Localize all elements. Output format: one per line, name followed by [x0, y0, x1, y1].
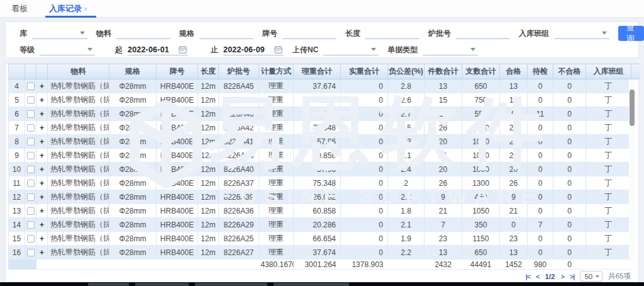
- row-checkbox[interactable]: [27, 110, 35, 118]
- row-checkbox[interactable]: [27, 249, 35, 256]
- expand-row-button[interactable]: +: [36, 135, 48, 149]
- table-row[interactable]: 8 + 热轧带肋钢筋（抗震） Φ28mm HRB400E 12m 8226A41…: [9, 135, 640, 149]
- row-checkbox[interactable]: [27, 193, 35, 201]
- vertical-scrollbar-track[interactable]: [629, 79, 635, 259]
- row-checkbox[interactable]: [27, 138, 35, 146]
- qualified-cell: 20: [500, 163, 528, 176]
- filter-row-1: 库 物料 规格 牌号 长度 炉批号 入库班组 查 询 操 作: [19, 26, 632, 40]
- calendar-icon[interactable]: [179, 45, 187, 54]
- table-row[interactable]: 13 + 热轧带肋钢筋（抗震） Φ28mm HRB400E 12m 8226A3…: [9, 204, 640, 218]
- table-row[interactable]: 15 + 热轧带肋钢筋（抗震） Φ28mm HRB400E 12m 8226A2…: [9, 232, 640, 246]
- warehouse-select[interactable]: [32, 28, 87, 39]
- bars-total-cell: 1300: [462, 121, 500, 135]
- tab-inbound-records[interactable]: 入库记录 ×: [49, 0, 87, 18]
- table-row[interactable]: 4 + 热轧带肋钢筋（抗震） Φ28mm HRB400E 12m 8226A45…: [9, 79, 640, 93]
- method-cell: 理重: [259, 135, 294, 149]
- row-checkbox[interactable]: [27, 83, 35, 90]
- unqualified-cell: 0: [553, 121, 586, 135]
- material-input[interactable]: [116, 28, 170, 39]
- material-cell: 热轧带肋钢筋（抗震）: [48, 246, 109, 260]
- chevron-down-icon: [371, 48, 376, 51]
- prev-page-button[interactable]: <: [536, 273, 539, 280]
- query-button[interactable]: 查 询: [618, 26, 644, 41]
- method-cell: 理重: [259, 121, 294, 135]
- upload-nc-select[interactable]: [323, 44, 379, 55]
- expand-row-button[interactable]: +: [36, 204, 48, 218]
- last-page-button[interactable]: >|: [570, 273, 575, 280]
- row-number-cell: 10: [9, 163, 25, 176]
- method-cell: 理重: [259, 149, 294, 163]
- expand-row-button[interactable]: +: [36, 176, 48, 190]
- pending-cell: 0: [528, 79, 553, 93]
- next-page-button[interactable]: >: [560, 273, 564, 280]
- table-row[interactable]: 10 + 热轧带肋钢筋（抗震） Φ28mm HRB400E 12m 8226A4…: [9, 163, 640, 176]
- row-checkbox[interactable]: [27, 221, 35, 229]
- row-checkbox[interactable]: [27, 124, 35, 132]
- table-row[interactable]: 7 + 热轧带肋钢筋（抗震） Φ28mm HRB400E 12m 8226A42…: [9, 121, 640, 135]
- row-checkbox[interactable]: [27, 96, 35, 104]
- calendar-icon[interactable]: [274, 45, 282, 54]
- expand-row-button[interactable]: +: [36, 79, 48, 93]
- row-checkbox[interactable]: [27, 152, 35, 159]
- date-from-input[interactable]: 2022-06-01: [128, 44, 188, 55]
- filter-grade-label: 等级: [19, 45, 35, 55]
- qualified-cell: 13: [500, 246, 528, 260]
- tolerance-cell: 2.1: [388, 218, 425, 232]
- qualified-cell: 0: [500, 218, 528, 232]
- col-pending: 待检: [528, 64, 553, 79]
- expand-row-button[interactable]: +: [36, 121, 48, 135]
- team-cell: 丁: [586, 93, 631, 107]
- expand-row-button[interactable]: +: [36, 232, 48, 246]
- grade-select[interactable]: [40, 44, 95, 55]
- table-row[interactable]: 12 + 热轧带肋钢筋（抗震） Φ28mm HRB400E 12m 8226A3…: [9, 190, 640, 204]
- batch-input[interactable]: [456, 28, 510, 39]
- vertical-scrollbar-thumb[interactable]: [630, 89, 635, 126]
- table-row[interactable]: 16 + 热轧带肋钢筋（抗震） Φ28mm HRB400E 12m 8226A2…: [9, 246, 640, 260]
- table-row[interactable]: 14 + 热轧带肋钢筋（抗震） Φ28mm HRB400E 12m 8226A2…: [9, 218, 640, 232]
- unqualified-cell: 0: [553, 163, 586, 176]
- row-checkbox[interactable]: [27, 166, 35, 173]
- checkbox-cell: [25, 163, 36, 176]
- expand-row-button[interactable]: +: [36, 218, 48, 232]
- table-row[interactable]: 9 + 热轧带肋钢筋（抗震） Φ28mm HRB400E 12m 8226A43…: [9, 149, 640, 163]
- tab-dashboard[interactable]: 看板: [11, 0, 28, 18]
- brand-cell: HRB400E: [157, 135, 198, 149]
- spec-cell: Φ28mm: [109, 204, 157, 218]
- row-checkbox[interactable]: [27, 207, 35, 215]
- brand-input[interactable]: [282, 28, 336, 39]
- pending-cell: 7: [528, 218, 553, 232]
- col-bars-total: 支数合计: [462, 64, 500, 79]
- table-row[interactable]: 11 + 热轧带肋钢筋（抗震） Φ28mm HRB400E 12m 8226A3…: [9, 176, 640, 190]
- spec-input[interactable]: [199, 28, 253, 39]
- inbound-records-table-panel: 物料 规格 牌号 长度 炉批号 计量方式 理重合计 实重合计 负公差(%) 件数…: [5, 63, 639, 282]
- date-to-input[interactable]: 2022-06-09: [223, 44, 284, 55]
- expand-row-button[interactable]: +: [36, 149, 48, 163]
- brand-cell: HRB400E: [157, 121, 198, 135]
- tab-close-icon[interactable]: ×: [84, 5, 87, 13]
- length-input[interactable]: [365, 28, 419, 39]
- batch-cell: 8226A27: [219, 246, 259, 260]
- expand-row-button[interactable]: +: [36, 93, 48, 107]
- table-row[interactable]: 6 + 热轧带肋钢筋（抗震） Φ28mm HRB400E 12m 8226A46…: [9, 107, 640, 121]
- filter-date-to: 止 2022-06-09: [211, 44, 284, 55]
- expand-row-button[interactable]: +: [36, 190, 48, 204]
- expand-row-button[interactable]: +: [36, 163, 48, 176]
- actual-total-cell: 0: [341, 190, 388, 204]
- tolerance-cell: 2.7: [388, 107, 425, 121]
- expand-row-button[interactable]: +: [36, 246, 48, 260]
- actual-total-cell: 0: [341, 176, 388, 190]
- totals-actual: 1378.903: [341, 260, 388, 270]
- actual-total-cell: 0: [341, 218, 388, 232]
- first-page-button[interactable]: |<: [526, 273, 531, 280]
- row-checkbox[interactable]: [27, 180, 35, 187]
- team-cell: 丁: [586, 107, 631, 121]
- row-checkbox[interactable]: [27, 235, 35, 243]
- team-select[interactable]: [554, 28, 609, 39]
- page-size-select[interactable]: 50: [580, 271, 602, 282]
- doc-type-select[interactable]: [423, 44, 478, 55]
- theoretical-total-cell: 57.96: [294, 135, 341, 149]
- expand-row-button[interactable]: +: [36, 107, 48, 121]
- batch-cell: 8226A44: [219, 93, 259, 107]
- table-row[interactable]: 5 + 热轧带肋钢筋（抗震） Φ28mm HRB400E 12m 8226A44…: [9, 93, 640, 107]
- pieces-total-cell: 13: [425, 79, 462, 93]
